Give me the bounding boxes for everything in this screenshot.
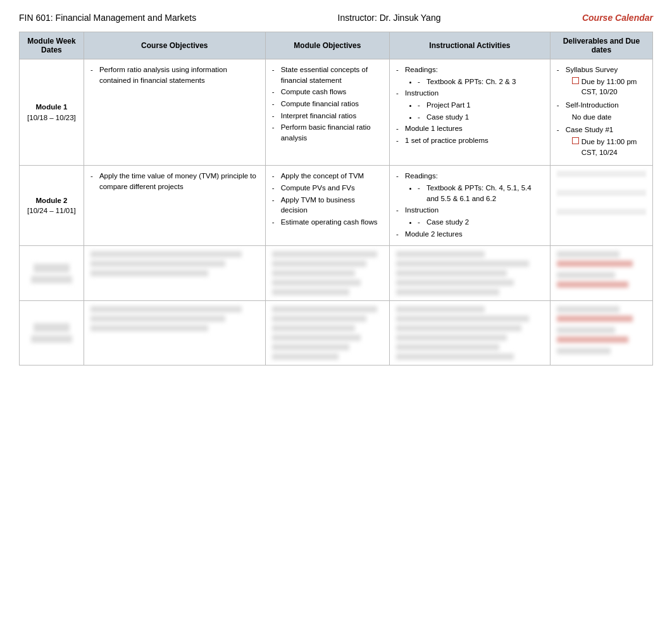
module-1-label: Module 1 [26, 102, 77, 113]
page-header: FIN 601: Financial Management and Market… [19, 13, 653, 23]
table-row [20, 301, 653, 366]
module-4-cell [20, 301, 84, 366]
list-item: 1 set of practice problems [396, 135, 544, 146]
list-item: Apply the time value of money (TVM) prin… [90, 171, 259, 192]
module-3-module-objectives [265, 246, 389, 301]
module-3-course-objectives [84, 246, 265, 301]
list-item: Readings: Textbook & PPTs: Ch. 2 & 3 [396, 65, 544, 87]
table-row [20, 246, 653, 301]
due-checkbox [572, 77, 579, 84]
col-header-module-obj: Module Objectives [265, 32, 389, 59]
table-row: Module 1 [10/18 – 10/23] Perform ratio a… [20, 59, 653, 166]
table-row: Module 2 [10/24 – 11/01] Apply the time … [20, 166, 653, 246]
module-2-label: Module 2 [26, 195, 77, 206]
list-item: Case study 1 [418, 112, 544, 123]
module-1-deliverables: Syllabus Survey Due by 11:00 pm CST, 10/… [550, 59, 652, 166]
module-1-cell: Module 1 [10/18 – 10/23] [20, 59, 84, 166]
module-1-module-objectives: State essential concepts of financial st… [265, 59, 389, 166]
list-item: Compute PVs and FVs [272, 183, 383, 194]
col-header-module: Module Week Dates [20, 32, 84, 59]
list-item: Readings: Textbook & PPTs: Ch. 4, 5.1, 5… [396, 171, 544, 204]
deliverable-title: Case Study #1 [566, 126, 613, 133]
course-table: Module Week Dates Course Objectives Modu… [19, 32, 653, 366]
list-item: Project Part 1 [418, 100, 544, 111]
module-4-activities [390, 301, 551, 366]
list-item: Module 1 lectures [396, 123, 544, 134]
module-4-module-objectives [265, 301, 389, 366]
list-item: Module 2 lectures [396, 229, 544, 240]
list-item: Estimate operating cash flows [272, 217, 383, 228]
module-2-module-objectives: Apply the concept of TVM Compute PVs and… [265, 166, 389, 246]
course-title: FIN 601: Financial Management and Market… [19, 13, 196, 23]
module-3-cell [20, 246, 84, 301]
readings-label: Readings: [405, 172, 438, 180]
list-item: Interpret financial ratios [272, 111, 383, 121]
deliverable-item: Syllabus Survey Due by 11:00 pm CST, 10/… [557, 65, 646, 97]
list-item: Perform ratio analysis using information… [90, 65, 259, 85]
deliverable-item: Self-Introduction No due date [557, 100, 646, 122]
list-item: State essential concepts of financial st… [272, 65, 383, 85]
due-date-text: Due by 11:00 pm CST, 10/20 [582, 77, 646, 97]
instructor-name: Instructor: Dr. Jinsuk Yang [338, 13, 441, 23]
due-checkbox [572, 137, 579, 144]
list-item: Compute financial ratios [272, 99, 383, 109]
deliverable-title: Syllabus Survey [566, 66, 618, 73]
list-item: Apply TVM to business decision [272, 195, 383, 216]
list-item: Instruction Project Part 1 Case study 1 [396, 88, 544, 122]
list-item: Perform basic financial ratio analysis [272, 122, 383, 143]
module-2-deliverables [550, 166, 652, 246]
list-item: Textbook & PPTs: Ch. 4, 5.1, 5.4 and 5.5… [418, 183, 544, 204]
col-header-course-obj: Course Objectives [84, 32, 265, 59]
module-1-activities: Readings: Textbook & PPTs: Ch. 2 & 3 Ins… [390, 59, 551, 166]
due-date-text: Due by 11:00 pm CST, 10/24 [582, 137, 646, 157]
readings-label: Readings: [405, 66, 438, 73]
module-1-course-objectives: Perform ratio analysis using information… [84, 59, 265, 166]
module-2-course-objectives: Apply the time value of money (TVM) prin… [84, 166, 265, 246]
col-header-deliverables: Deliverables and Due dates [550, 32, 652, 59]
module-4-deliverables [550, 301, 652, 366]
deliverable-title: Self-Introduction [566, 101, 619, 109]
list-item: Case study 2 [418, 217, 544, 228]
module-4-course-objectives [84, 301, 265, 366]
no-due-text: No due date [572, 112, 646, 123]
list-item: Textbook & PPTs: Ch. 2 & 3 [418, 77, 544, 87]
list-item: Compute cash flows [272, 87, 383, 97]
module-2-activities: Readings: Textbook & PPTs: Ch. 4, 5.1, 5… [390, 166, 551, 246]
instruction-label: Instruction [405, 89, 439, 97]
module-3-deliverables [550, 246, 652, 301]
due-line: Due by 11:00 pm CST, 10/20 [572, 77, 646, 97]
course-calendar-link[interactable]: Course Calendar [582, 13, 653, 23]
list-item: Apply the concept of TVM [272, 171, 383, 181]
module-2-dates: [10/24 – 11/01] [26, 206, 77, 216]
due-line: Due by 11:00 pm CST, 10/24 [572, 137, 646, 157]
col-header-activities: Instructional Activities [390, 32, 551, 59]
module-3-activities [390, 246, 551, 301]
module-1-dates: [10/18 – 10/23] [26, 113, 77, 123]
module-2-cell: Module 2 [10/24 – 11/01] [20, 166, 84, 246]
deliverable-item: Case Study #1 Due by 11:00 pm CST, 10/24 [557, 125, 646, 157]
instruction-label: Instruction [405, 206, 439, 214]
list-item: Instruction Case study 2 [396, 205, 544, 227]
